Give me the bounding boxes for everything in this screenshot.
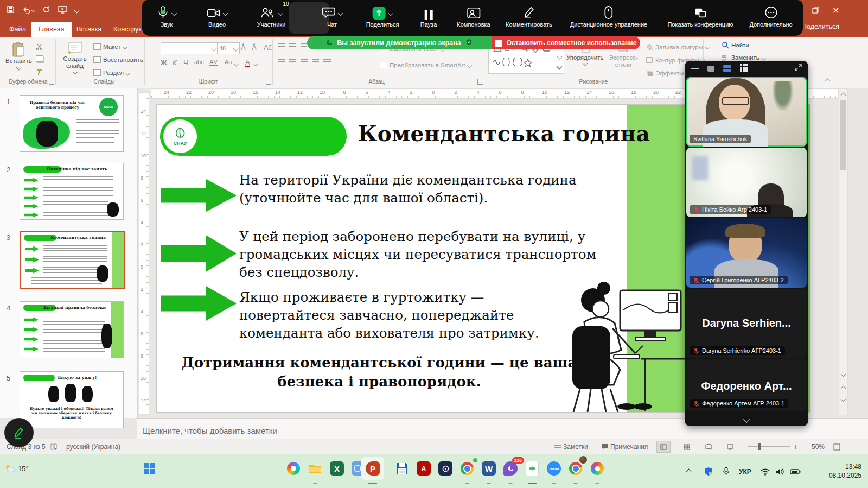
redo-icon[interactable] <box>42 5 50 15</box>
find-button[interactable]: Найти <box>722 41 749 49</box>
close-window-icon[interactable]: ✕ <box>832 5 839 16</box>
explorer-app-icon[interactable] <box>306 459 324 478</box>
previous-slide-icon[interactable] <box>841 386 846 391</box>
mic-tray-icon[interactable] <box>723 454 730 488</box>
clipboard-dialog-launcher[interactable] <box>49 79 54 85</box>
font-size-combo[interactable]: 48 <box>217 42 240 54</box>
italic-button[interactable]: К <box>173 59 177 67</box>
zoom-audio-button[interactable]: Звук <box>157 3 176 28</box>
bold-button[interactable]: Ж <box>161 59 167 67</box>
view-normal-button[interactable] <box>656 439 671 454</box>
shapes-scroll-down-icon[interactable] <box>557 54 563 60</box>
undo-icon[interactable] <box>22 7 35 15</box>
paragraph-dialog-launcher[interactable] <box>477 79 483 85</box>
scroll-up-icon[interactable] <box>841 93 846 98</box>
align-left-icon[interactable] <box>278 59 285 64</box>
shapes-more-icon[interactable] <box>556 64 562 69</box>
zoom-remote-control-button[interactable]: Дистанционное управление <box>570 3 647 28</box>
video-tile-serhii[interactable]: Сергій Григоренко АГР2403-2 <box>686 218 807 288</box>
chrome-profile-app-icon[interactable] <box>566 459 585 478</box>
zoom-app-icon[interactable]: zoom <box>545 459 563 478</box>
ppt-share-button[interactable]: Поделиться <box>802 23 839 30</box>
save-icon[interactable] <box>7 5 15 15</box>
start-slideshow-icon[interactable] <box>58 5 67 15</box>
format-painter-button[interactable] <box>36 68 43 75</box>
notes-toggle[interactable]: Заметки <box>554 439 588 454</box>
copilot-app-icon[interactable] <box>284 459 303 478</box>
font-name-combo[interactable] <box>161 42 218 54</box>
grow-font-button[interactable]: Â <box>241 43 246 52</box>
font-dialog-launcher[interactable] <box>266 79 271 85</box>
video-tile-fedorenko[interactable]: Федоренко Арт... Федоренко Артем АГР 240… <box>686 359 807 411</box>
reset-button[interactable]: Восстановить <box>93 56 143 63</box>
underline-button[interactable]: Ч <box>183 59 188 67</box>
zoom-percentage[interactable]: 50% <box>812 439 825 454</box>
layout-button[interactable]: Макет <box>93 43 127 50</box>
new-slide-button[interactable]: Создать слайд <box>61 41 89 74</box>
view-slideshow-button[interactable] <box>724 439 737 454</box>
vertical-scroll-thumb[interactable] <box>840 100 846 170</box>
zoom-more-button[interactable]: Дополнительно <box>749 3 792 28</box>
thumbnail-slide-5[interactable]: Дякую за увагу! Будьте уважні і обережні… <box>20 371 124 428</box>
zoom-out-button[interactable]: − <box>739 439 743 454</box>
start-button[interactable] <box>140 459 158 478</box>
zoom-video-button[interactable]: Видео <box>207 3 227 28</box>
single-view-icon[interactable] <box>707 66 714 72</box>
zoom-slider-track[interactable] <box>748 446 790 447</box>
slide-footer-text[interactable]: Дотримання комендантської години — це ва… <box>168 353 591 391</box>
zoom-slider-thumb[interactable] <box>758 443 761 450</box>
tab-insert[interactable]: Вставка <box>69 22 108 37</box>
language-tray-indicator[interactable]: УКР <box>739 454 751 488</box>
video-tile-nikita[interactable]: Нікіта Бойко Агр 2403-1 <box>686 148 807 217</box>
tab-file[interactable]: Файл <box>2 22 33 37</box>
paint-app-icon[interactable] <box>588 459 607 478</box>
video-tile-daryna[interactable]: Daryna Serhien... Daryna Serhienko АГР24… <box>686 289 807 358</box>
security-shield-icon[interactable] <box>465 39 473 47</box>
share-options-chevron[interactable] <box>388 11 393 16</box>
justify-icon[interactable] <box>312 59 319 64</box>
align-right-icon[interactable] <box>301 59 308 64</box>
columns-icon[interactable] <box>323 59 331 64</box>
spellcheck-icon[interactable] <box>50 439 58 454</box>
font-color-button[interactable]: А <box>245 59 250 67</box>
char-spacing-button[interactable]: AV <box>209 59 218 66</box>
video-options-chevron[interactable] <box>223 11 228 16</box>
weather-widget[interactable]: 15° <box>4 464 29 473</box>
indent-decrease-icon[interactable] <box>301 43 307 49</box>
chrome-app-icon[interactable] <box>458 459 476 478</box>
powerpoint-app-icon[interactable]: P <box>363 459 382 478</box>
view-reading-button[interactable] <box>702 439 715 454</box>
camera-app-icon[interactable] <box>436 459 455 478</box>
shrink-font-button[interactable]: Ǎ <box>252 43 257 52</box>
viber-app-icon[interactable]: 126 <box>501 459 520 478</box>
zoom-chat-button[interactable]: Чат <box>322 3 342 28</box>
thumbnail-slide-4[interactable]: Загальні правила безпеки <box>20 301 124 358</box>
thumbnail-slide-1[interactable]: Правила безпеки під час освітнього проце… <box>20 95 124 152</box>
change-case-button[interactable]: Aa <box>225 59 232 65</box>
zoom-participants-button[interactable]: 10 Участники <box>257 3 286 28</box>
new-slide-chevron[interactable] <box>72 69 78 75</box>
word-app-icon[interactable]: W <box>480 459 498 478</box>
slide-title[interactable]: Комендантська година <box>298 121 710 146</box>
alignment-buttons[interactable] <box>278 59 331 64</box>
align-center-icon[interactable] <box>289 59 296 64</box>
zoom-layout-button[interactable]: Компоновка <box>457 3 490 28</box>
restore-window-icon[interactable] <box>812 7 819 15</box>
bullets-icon[interactable] <box>278 43 285 49</box>
zoom-show-meeting-button[interactable]: Показать конференцию <box>667 3 733 28</box>
wifi-tray-icon[interactable] <box>761 454 770 488</box>
customize-qat-icon[interactable] <box>74 8 80 13</box>
section-button[interactable]: Раздел <box>93 69 130 76</box>
slide-bullet-3[interactable]: Якщо проживаєте в гуртожитку — повертайт… <box>239 288 576 342</box>
zoom-pause-button[interactable]: Пауза <box>420 3 437 28</box>
notes-placeholder[interactable]: Щелкните, чтобы добавить заметки <box>143 426 277 435</box>
next-slide-icon[interactable] <box>841 397 846 402</box>
shape-effects-button[interactable]: Эффекты ф <box>646 69 691 77</box>
chat-options-chevron[interactable] <box>338 11 343 16</box>
zoom-share-button[interactable]: Поделиться <box>366 3 399 28</box>
vertical-scrollbar[interactable] <box>839 88 848 415</box>
thumbnail-slide-3[interactable]: Комендантська година <box>20 231 125 289</box>
security-shield-tray-icon[interactable] <box>704 454 713 488</box>
cut-button[interactable] <box>36 43 43 50</box>
stop-sharing-button[interactable]: Остановить совместное использование <box>492 36 640 49</box>
